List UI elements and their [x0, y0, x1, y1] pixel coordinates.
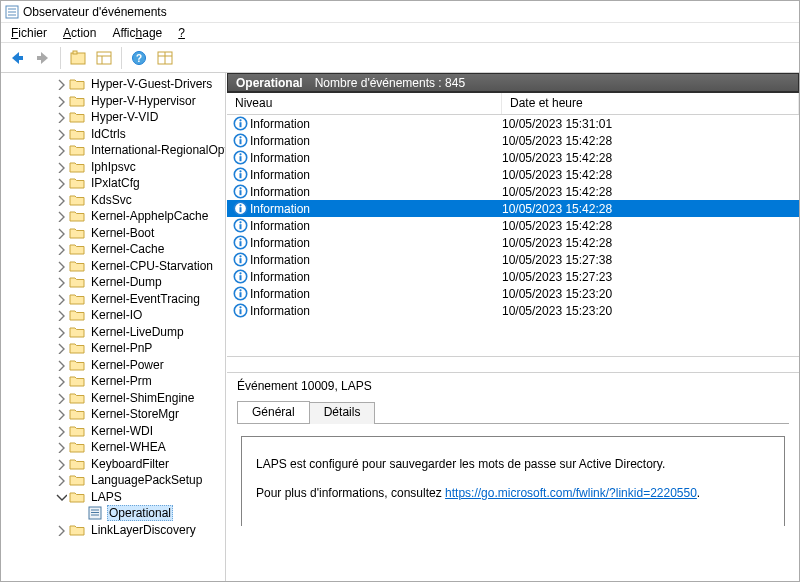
- chevron-right-icon[interactable]: [55, 474, 67, 486]
- event-row[interactable]: Information10/05/2023 15:23:20: [227, 302, 799, 319]
- menu-file[interactable]: Fichier: [3, 24, 55, 42]
- tree-item-label: IPxlatCfg: [89, 176, 142, 190]
- chevron-right-icon[interactable]: [55, 227, 67, 239]
- chevron-right-icon[interactable]: [55, 144, 67, 156]
- chevron-right-icon[interactable]: [55, 309, 67, 321]
- event-level-label: Information: [250, 270, 310, 284]
- tree-item-folder[interactable]: Kernel-Power: [1, 357, 225, 374]
- chevron-right-icon[interactable]: [55, 342, 67, 354]
- chevron-right-icon[interactable]: [55, 458, 67, 470]
- tree-item-folder[interactable]: KeyboardFilter: [1, 456, 225, 473]
- tree-item-folder[interactable]: Kernel-Prm: [1, 373, 225, 390]
- col-header-date[interactable]: Date et heure: [502, 93, 799, 114]
- event-date-cell: 10/05/2023 15:42:28: [502, 185, 799, 199]
- col-header-level[interactable]: Niveau: [227, 93, 502, 114]
- tree-item-folder[interactable]: Kernel-WDI: [1, 423, 225, 440]
- help-button[interactable]: ?: [127, 46, 151, 70]
- chevron-right-icon[interactable]: [73, 507, 85, 519]
- chevron-down-icon[interactable]: [55, 491, 67, 503]
- event-row[interactable]: Information10/05/2023 15:42:28: [227, 200, 799, 217]
- folder-icon: [69, 292, 85, 306]
- toolbar-btn-3[interactable]: [153, 46, 177, 70]
- tree-pane[interactable]: Hyper-V-Guest-DriversHyper-V-HypervisorH…: [1, 73, 226, 581]
- tab-general[interactable]: Général: [237, 401, 310, 423]
- tree-item-log[interactable]: Operational: [1, 505, 225, 522]
- tree-item-folder[interactable]: Kernel-ApphelpCache: [1, 208, 225, 225]
- chevron-right-icon[interactable]: [55, 359, 67, 371]
- event-row[interactable]: Information10/05/2023 15:31:01: [227, 115, 799, 132]
- tree-item-folder[interactable]: Hyper-V-Hypervisor: [1, 93, 225, 110]
- event-row[interactable]: Information10/05/2023 15:42:28: [227, 149, 799, 166]
- tree-item-folder[interactable]: LinkLayerDiscovery: [1, 522, 225, 539]
- chevron-right-icon[interactable]: [55, 78, 67, 90]
- tree-item-folder[interactable]: Kernel-LiveDump: [1, 324, 225, 341]
- info-icon: [233, 235, 248, 250]
- event-row[interactable]: Information10/05/2023 15:42:28: [227, 132, 799, 149]
- chevron-right-icon[interactable]: [55, 210, 67, 222]
- tree-item-label: Kernel-WDI: [89, 424, 155, 438]
- tree-item-folder[interactable]: Hyper-V-Guest-Drivers: [1, 76, 225, 93]
- tree-item-folder[interactable]: Kernel-Cache: [1, 241, 225, 258]
- tree-item-folder[interactable]: Kernel-EventTracing: [1, 291, 225, 308]
- event-row[interactable]: Information10/05/2023 15:27:23: [227, 268, 799, 285]
- chevron-right-icon[interactable]: [55, 95, 67, 107]
- tree-item-folder[interactable]: Hyper-V-VID: [1, 109, 225, 126]
- chevron-right-icon[interactable]: [55, 243, 67, 255]
- event-row[interactable]: Information10/05/2023 15:42:28: [227, 217, 799, 234]
- tree-item-folder[interactable]: Kernel-PnP: [1, 340, 225, 357]
- menu-action[interactable]: Action: [55, 24, 104, 42]
- tree-item-folder[interactable]: Kernel-IO: [1, 307, 225, 324]
- detail-link[interactable]: https://go.microsoft.com/fwlink/?linkid=…: [445, 486, 697, 500]
- event-row[interactable]: Information10/05/2023 15:42:28: [227, 166, 799, 183]
- chevron-right-icon[interactable]: [55, 161, 67, 173]
- chevron-right-icon[interactable]: [55, 177, 67, 189]
- chevron-right-icon[interactable]: [55, 524, 67, 536]
- tree-item-folder[interactable]: Kernel-WHEA: [1, 439, 225, 456]
- tree-item-folder[interactable]: LAPS: [1, 489, 225, 506]
- menu-view[interactable]: Affichage: [104, 24, 170, 42]
- chevron-right-icon[interactable]: [55, 441, 67, 453]
- folder-icon: [69, 110, 85, 124]
- chevron-right-icon[interactable]: [55, 194, 67, 206]
- event-row[interactable]: Information10/05/2023 15:42:28: [227, 183, 799, 200]
- chevron-right-icon[interactable]: [55, 425, 67, 437]
- forward-button[interactable]: [31, 46, 55, 70]
- tree-item-folder[interactable]: Kernel-Dump: [1, 274, 225, 291]
- tree-item-folder[interactable]: Kernel-Boot: [1, 225, 225, 242]
- event-row[interactable]: Information10/05/2023 15:23:20: [227, 285, 799, 302]
- chevron-right-icon[interactable]: [55, 111, 67, 123]
- event-row[interactable]: Information10/05/2023 15:27:38: [227, 251, 799, 268]
- tab-details[interactable]: Détails: [309, 402, 376, 424]
- chevron-right-icon[interactable]: [55, 326, 67, 338]
- svg-text:?: ?: [136, 53, 142, 64]
- tree-item-folder[interactable]: LanguagePackSetup: [1, 472, 225, 489]
- chevron-right-icon[interactable]: [55, 276, 67, 288]
- event-list[interactable]: Information10/05/2023 15:31:01Informatio…: [227, 115, 799, 357]
- tree-item-label: Kernel-CPU-Starvation: [89, 259, 215, 273]
- tree-item-folder[interactable]: IdCtrls: [1, 126, 225, 143]
- tree-item-folder[interactable]: Kernel-ShimEngine: [1, 390, 225, 407]
- chevron-right-icon[interactable]: [55, 375, 67, 387]
- tree-item-folder[interactable]: IPxlatCfg: [1, 175, 225, 192]
- event-date-cell: 10/05/2023 15:23:20: [502, 304, 799, 318]
- tree-item-label: Kernel-ApphelpCache: [89, 209, 210, 223]
- folder-icon: [69, 226, 85, 240]
- toolbar-separator: [60, 47, 61, 69]
- pane-splitter[interactable]: [227, 357, 799, 373]
- chevron-right-icon[interactable]: [55, 392, 67, 404]
- tree-item-folder[interactable]: Kernel-CPU-Starvation: [1, 258, 225, 275]
- tree-item-label: Hyper-V-Hypervisor: [89, 94, 198, 108]
- chevron-right-icon[interactable]: [55, 260, 67, 272]
- tree-item-folder[interactable]: International-RegionalOptions: [1, 142, 225, 159]
- tree-item-folder[interactable]: IphIpsvc: [1, 159, 225, 176]
- menu-help[interactable]: ?: [170, 24, 193, 42]
- chevron-right-icon[interactable]: [55, 128, 67, 140]
- toolbar-btn-2[interactable]: [92, 46, 116, 70]
- chevron-right-icon[interactable]: [55, 293, 67, 305]
- back-button[interactable]: [5, 46, 29, 70]
- chevron-right-icon[interactable]: [55, 408, 67, 420]
- tree-item-folder[interactable]: Kernel-StoreMgr: [1, 406, 225, 423]
- toolbar-btn-1[interactable]: [66, 46, 90, 70]
- tree-item-folder[interactable]: KdsSvc: [1, 192, 225, 209]
- event-row[interactable]: Information10/05/2023 15:42:28: [227, 234, 799, 251]
